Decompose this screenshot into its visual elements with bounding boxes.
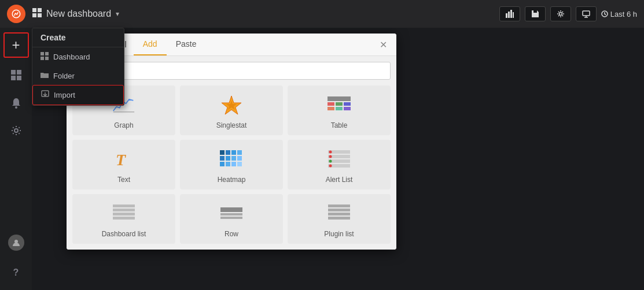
svg-point-56 [329, 160, 332, 163]
svg-rect-20 [45, 52, 49, 55]
heatmap-label: Heatmap [218, 176, 246, 184]
create-button[interactable]: + [3, 32, 29, 58]
svg-rect-19 [41, 52, 44, 55]
tab-paste[interactable]: Paste [167, 34, 206, 55]
close-button[interactable]: ✕ [373, 35, 394, 55]
svg-rect-37 [344, 107, 351, 110]
svg-rect-68 [328, 213, 350, 215]
sidebar: + [0, 28, 32, 290]
create-menu-title: Create [32, 28, 124, 47]
monitor-button[interactable] [576, 6, 597, 21]
tab-add[interactable]: Add [134, 34, 167, 55]
text-icon: T [112, 148, 135, 171]
svg-point-9 [559, 13, 562, 16]
import-icon [41, 90, 49, 100]
svg-rect-43 [220, 156, 225, 161]
page-title: New dashboard [46, 9, 111, 19]
svg-point-58 [329, 165, 332, 168]
sidebar-item-help[interactable]: ? [3, 260, 29, 285]
svg-point-16 [15, 106, 17, 109]
svg-point-17 [14, 129, 18, 132]
plugin-list-label: Plugin list [324, 230, 354, 238]
panel-type-row[interactable]: Row [180, 194, 283, 244]
svg-rect-44 [226, 156, 230, 161]
svg-rect-2 [38, 8, 42, 12]
dashboard-icon [41, 52, 49, 62]
table-label: Table [331, 121, 348, 129]
svg-rect-12 [11, 70, 16, 75]
dashboard-list-icon [112, 202, 135, 225]
svg-rect-62 [113, 217, 135, 220]
create-dashboard-item[interactable]: Dashboard [32, 47, 124, 66]
svg-rect-47 [220, 162, 225, 166]
table-icon [327, 94, 351, 117]
svg-rect-34 [344, 102, 351, 106]
panel-type-alert-list[interactable]: Alert List [288, 140, 391, 189]
svg-rect-50 [237, 162, 242, 166]
navbar: New dashboard ▾ [0, 0, 644, 28]
svg-rect-40 [226, 150, 230, 155]
logo[interactable] [7, 5, 25, 23]
svg-rect-45 [231, 156, 236, 161]
row-icon [220, 202, 243, 225]
folder-icon [41, 71, 49, 80]
create-import-item[interactable]: Import [32, 85, 124, 105]
panel-tabs: Add Paste [134, 34, 373, 55]
panel-type-heatmap[interactable]: Heatmap [180, 140, 283, 189]
chevron-down-icon: ▾ [116, 10, 119, 18]
dashboard-title[interactable]: New dashboard ▾ [32, 8, 119, 20]
svg-point-54 [329, 151, 332, 154]
plugin-list-icon [327, 202, 351, 225]
svg-rect-64 [220, 213, 242, 215]
svg-rect-21 [41, 57, 44, 60]
sidebar-item-home[interactable] [3, 62, 29, 88]
svg-rect-41 [231, 150, 236, 155]
grid-icon [32, 8, 42, 20]
svg-rect-65 [220, 217, 242, 219]
svg-rect-4 [38, 13, 42, 17]
svg-rect-6 [508, 12, 510, 18]
save-button[interactable] [525, 6, 546, 21]
create-dropdown: Create Dashboard Folder [32, 28, 124, 106]
settings-button[interactable] [550, 6, 571, 21]
graph-label: Graph [114, 121, 133, 129]
create-dashboard-label: Dashboard [53, 53, 90, 61]
svg-rect-14 [11, 76, 16, 80]
panels-grid: Graph Singlestat [72, 85, 391, 244]
sidebar-item-settings[interactable] [3, 118, 29, 143]
create-folder-label: Folder [53, 72, 75, 80]
alert-list-label: Alert List [326, 176, 353, 184]
svg-rect-33 [336, 102, 343, 106]
svg-rect-3 [32, 13, 36, 17]
svg-rect-69 [328, 217, 350, 220]
dashboard-list-label: Dashboard list [102, 230, 146, 238]
time-range[interactable]: Last 6 h [601, 10, 637, 18]
svg-rect-59 [113, 205, 135, 207]
svg-rect-22 [45, 57, 49, 60]
panel-type-table[interactable]: Table [288, 85, 391, 135]
svg-point-55 [329, 155, 332, 158]
svg-rect-60 [113, 209, 135, 211]
svg-rect-8 [513, 12, 514, 18]
svg-rect-48 [226, 162, 230, 166]
svg-rect-10 [583, 11, 590, 16]
sidebar-item-user[interactable] [3, 230, 29, 255]
panel-type-singlestat[interactable]: Singlestat [180, 85, 283, 135]
svg-rect-61 [113, 213, 135, 215]
svg-rect-35 [327, 107, 334, 110]
svg-rect-39 [220, 150, 225, 155]
alert-list-icon [327, 148, 351, 171]
svg-text:T: T [116, 151, 127, 169]
create-folder-item[interactable]: Folder [32, 66, 124, 85]
chart-button[interactable] [499, 6, 520, 21]
panel-type-dashboard-list[interactable]: Dashboard list [72, 194, 175, 244]
sidebar-item-alerts[interactable] [3, 90, 29, 116]
svg-rect-42 [237, 150, 242, 155]
main-layout: + [0, 28, 644, 290]
panel-type-plugin-list[interactable]: Plugin list [288, 194, 391, 244]
svg-rect-15 [17, 76, 21, 80]
svg-rect-49 [231, 162, 236, 166]
svg-rect-46 [237, 156, 242, 161]
svg-rect-32 [327, 102, 334, 106]
panel-type-text[interactable]: T Text [72, 140, 175, 189]
